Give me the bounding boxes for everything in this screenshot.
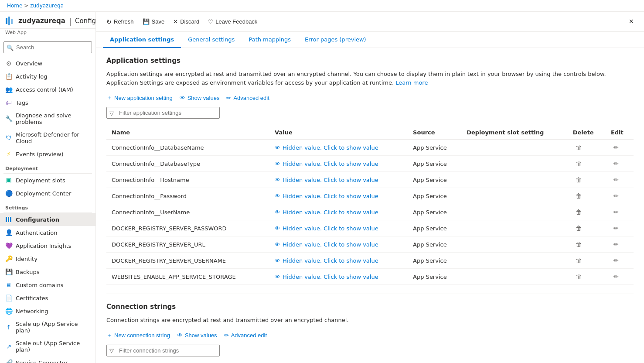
eye-icon-row: 👁 bbox=[275, 225, 280, 232]
close-button[interactable]: × bbox=[625, 15, 637, 28]
sidebar-item-activity-log[interactable]: 📋 Activity log bbox=[0, 70, 95, 83]
delete-row-button[interactable]: 🗑 bbox=[573, 192, 584, 200]
learn-more-link[interactable]: Learn more bbox=[395, 79, 428, 86]
hidden-value-link[interactable]: 👁 Hidden value. Click to show value bbox=[275, 241, 402, 248]
sidebar-item-scale-out[interactable]: ↗ Scale out (App Service plan) bbox=[0, 337, 95, 356]
sidebar-item-tags[interactable]: 🏷 Tags bbox=[0, 96, 95, 109]
sidebar-item-app-insights[interactable]: 💜 Application Insights bbox=[0, 239, 95, 252]
new-app-setting-button[interactable]: ＋ New application setting bbox=[106, 94, 173, 102]
sidebar-item-label: Deployment Center bbox=[16, 190, 71, 197]
tab-bar: Application settings General settings Pa… bbox=[96, 32, 644, 48]
save-label: Save bbox=[152, 18, 165, 25]
sidebar-item-scale-up[interactable]: ↑ Scale up (App Service plan) bbox=[0, 318, 95, 337]
activity-log-icon: 📋 bbox=[5, 73, 12, 80]
iam-icon: 👥 bbox=[5, 86, 12, 93]
row-value[interactable]: 👁 Hidden value. Click to show value bbox=[269, 140, 408, 156]
feedback-button[interactable]: ♡ Leave Feedback bbox=[204, 16, 261, 27]
sidebar-item-custom-domains[interactable]: 🖥 Custom domains bbox=[0, 278, 95, 291]
edit-row-button[interactable]: ✏ bbox=[611, 256, 621, 265]
show-values-cs-button[interactable]: 👁 Show values bbox=[177, 332, 217, 339]
hidden-value-link[interactable]: 👁 Hidden value. Click to show value bbox=[275, 144, 402, 151]
header-separator: | bbox=[69, 17, 72, 26]
edit-row-button[interactable]: ✏ bbox=[611, 208, 621, 216]
tab-path-mappings[interactable]: Path mappings bbox=[242, 32, 298, 48]
sidebar-item-networking[interactable]: 🌐 Networking bbox=[0, 305, 95, 318]
feedback-label: Leave Feedback bbox=[215, 18, 257, 25]
delete-row-button[interactable]: 🗑 bbox=[573, 240, 584, 249]
save-button[interactable]: 💾 Save bbox=[139, 16, 168, 27]
edit-row-button[interactable]: ✏ bbox=[611, 143, 621, 152]
table-row: ConnectionInfo__UserName 👁 Hidden value.… bbox=[106, 204, 634, 220]
svg-rect-5 bbox=[10, 217, 11, 222]
delete-row-button[interactable]: 🗑 bbox=[573, 256, 584, 265]
sidebar-header: zudyazureqa | Configuration « bbox=[0, 12, 95, 29]
hidden-value-link[interactable]: 👁 Hidden value. Click to show value bbox=[275, 257, 402, 264]
row-value[interactable]: 👁 Hidden value. Click to show value bbox=[269, 236, 408, 253]
edit-row-button[interactable]: ✏ bbox=[611, 192, 621, 200]
filter-cs-input[interactable] bbox=[106, 345, 220, 356]
sidebar-item-configuration[interactable]: Configuration bbox=[0, 213, 95, 226]
edit-row-button[interactable]: ✏ bbox=[611, 175, 621, 184]
sidebar-item-deployment-slots[interactable]: ▣ Deployment slots bbox=[0, 174, 95, 187]
show-values-button[interactable]: 👁 Show values bbox=[180, 95, 220, 101]
row-slot-setting bbox=[461, 204, 568, 220]
sidebar-item-identity[interactable]: 🔑 Identity bbox=[0, 252, 95, 265]
sidebar-nav: ⊙ Overview 📋 Activity log 👥 Access contr… bbox=[0, 57, 95, 363]
breadcrumb-home[interactable]: Home bbox=[7, 3, 22, 9]
breadcrumb-resource[interactable]: zudyazureqa bbox=[30, 3, 64, 9]
delete-row-button[interactable]: 🗑 bbox=[573, 175, 584, 184]
refresh-button[interactable]: ↻ Refresh bbox=[103, 16, 137, 27]
row-value[interactable]: 👁 Hidden value. Click to show value bbox=[269, 220, 408, 236]
service-connector-icon: 🔗 bbox=[5, 359, 12, 363]
delete-row-button[interactable]: 🗑 bbox=[573, 143, 584, 152]
sidebar-item-label: Certificates bbox=[16, 295, 48, 301]
svg-rect-3 bbox=[6, 217, 7, 222]
row-value[interactable]: 👁 Hidden value. Click to show value bbox=[269, 204, 408, 220]
row-value[interactable]: 👁 Hidden value. Click to show value bbox=[269, 172, 408, 188]
hidden-value-link[interactable]: 👁 Hidden value. Click to show value bbox=[275, 161, 402, 167]
delete-row-button[interactable]: 🗑 bbox=[573, 208, 584, 216]
delete-row-button[interactable]: 🗑 bbox=[573, 224, 584, 233]
row-slot-setting bbox=[461, 140, 568, 156]
row-value[interactable]: 👁 Hidden value. Click to show value bbox=[269, 188, 408, 204]
hidden-value-link[interactable]: 👁 Hidden value. Click to show value bbox=[275, 209, 402, 216]
sidebar-item-defender[interactable]: 🛡 Microsoft Defender for Cloud bbox=[0, 128, 95, 147]
row-value[interactable]: 👁 Hidden value. Click to show value bbox=[269, 156, 408, 172]
advanced-edit-button[interactable]: ✏ Advanced edit bbox=[226, 95, 269, 101]
hidden-value-link[interactable]: 👁 Hidden value. Click to show value bbox=[275, 177, 402, 183]
edit-row-button[interactable]: ✏ bbox=[611, 224, 621, 233]
new-connection-string-button[interactable]: ＋ New connection string bbox=[106, 332, 170, 339]
row-value[interactable]: 👁 Hidden value. Click to show value bbox=[269, 269, 408, 285]
new-setting-label: New application setting bbox=[114, 95, 173, 101]
delete-row-button[interactable]: 🗑 bbox=[573, 272, 584, 281]
tab-general-settings[interactable]: General settings bbox=[181, 32, 242, 48]
sidebar-item-service-connector[interactable]: 🔗 Service Connector bbox=[0, 356, 95, 363]
edit-row-button[interactable]: ✏ bbox=[611, 272, 621, 281]
edit-row-button[interactable]: ✏ bbox=[611, 159, 621, 168]
sidebar-item-events[interactable]: ⚡ Events (preview) bbox=[0, 147, 95, 161]
row-source: App Service bbox=[408, 269, 461, 285]
sidebar-item-diagnose[interactable]: 🔧 Diagnose and solve problems bbox=[0, 109, 95, 128]
edit-row-button[interactable]: ✏ bbox=[611, 240, 621, 249]
tab-error-pages[interactable]: Error pages (preview) bbox=[298, 32, 373, 48]
sidebar-item-authentication[interactable]: 👤 Authentication bbox=[0, 226, 95, 239]
sidebar: zudyazureqa | Configuration « Web App 🔍 … bbox=[0, 12, 96, 363]
sidebar-item-access-control[interactable]: 👥 Access control (IAM) bbox=[0, 83, 95, 96]
search-input[interactable] bbox=[3, 41, 92, 53]
delete-row-button[interactable]: 🗑 bbox=[573, 159, 584, 168]
discard-button[interactable]: ✕ Discard bbox=[170, 16, 203, 27]
edit-icon-cs: ✏ bbox=[224, 332, 229, 339]
sidebar-item-deployment-center[interactable]: 🔵 Deployment Center bbox=[0, 187, 95, 200]
sidebar-item-backups[interactable]: 💾 Backups bbox=[0, 265, 95, 278]
tab-app-settings[interactable]: Application settings bbox=[103, 32, 181, 48]
col-value: Value bbox=[269, 126, 408, 140]
filter-app-settings-input[interactable] bbox=[106, 107, 220, 119]
sidebar-item-certificates[interactable]: 📄 Certificates bbox=[0, 291, 95, 305]
hidden-value-link[interactable]: 👁 Hidden value. Click to show value bbox=[275, 193, 402, 199]
sidebar-item-overview[interactable]: ⊙ Overview bbox=[0, 57, 95, 70]
sidebar-item-label: Access control (IAM) bbox=[16, 86, 73, 93]
advanced-edit-cs-button[interactable]: ✏ Advanced edit bbox=[224, 332, 267, 339]
row-value[interactable]: 👁 Hidden value. Click to show value bbox=[269, 253, 408, 269]
hidden-value-link[interactable]: 👁 Hidden value. Click to show value bbox=[275, 225, 402, 232]
hidden-value-link[interactable]: 👁 Hidden value. Click to show value bbox=[275, 274, 402, 280]
